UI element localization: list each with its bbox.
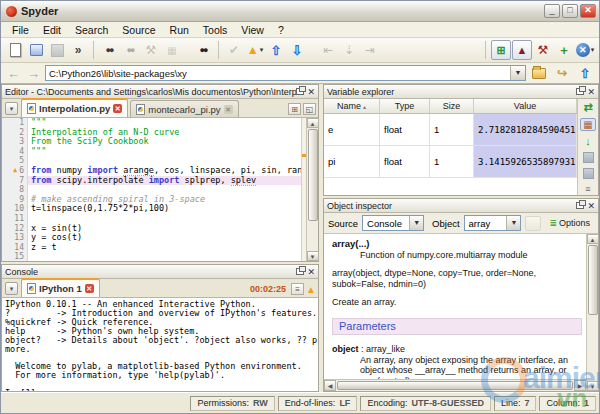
save-data-as-button[interactable] (580, 167, 596, 179)
tab-close-icon[interactable]: ✕ (113, 104, 122, 113)
run-cell-advance-button[interactable]: ⇣ (339, 40, 359, 60)
cell-name[interactable]: e (324, 114, 380, 145)
scrollbar-thumb[interactable] (308, 129, 318, 221)
cell-name[interactable]: pi (324, 146, 380, 177)
column-header-name[interactable]: Name▴ (324, 99, 380, 113)
console-directory-button[interactable]: ⇧ (575, 63, 595, 83)
warning-list-button[interactable]: ▲▾ (245, 40, 265, 60)
code-line[interactable]: 4""" (2, 147, 301, 157)
table-row[interactable]: pifloat13.1415926535897931 (324, 146, 577, 178)
cell-size[interactable]: 1 (430, 146, 474, 177)
new-window-button[interactable]: ◱ (303, 103, 316, 115)
cell-type[interactable]: float (380, 114, 430, 145)
scroll-up-icon[interactable]: ▲ (587, 234, 599, 244)
spyder-menu-button[interactable]: ✕▾ (575, 40, 595, 60)
refresh-button[interactable]: ⇄ (580, 101, 596, 114)
save-data-button[interactable] (580, 151, 596, 163)
scroll-left-icon[interactable]: ◀ (324, 380, 336, 391)
variable-table[interactable]: Name▴TypeSizeValue efloat12.718281828459… (324, 99, 578, 195)
editor-tab[interactable]: montecarlo_pi.py✕ (130, 100, 238, 117)
code-line[interactable]: 7from scipy.interpolate import splprep, … (2, 176, 301, 186)
menu-item-tools[interactable]: Tools (196, 23, 235, 37)
maximize-button[interactable]: □ (562, 4, 578, 18)
table-row[interactable]: efloat12.7182818284590451 (324, 114, 577, 146)
title-bar[interactable]: Spyder _ □ ✕ (1, 1, 599, 22)
toolbar-overflow-button[interactable]: » (68, 40, 88, 60)
tab-close-icon[interactable]: ✕ (224, 105, 233, 114)
scrollbar-thumb[interactable] (588, 245, 598, 315)
scrollbar-thumb[interactable] (337, 381, 573, 390)
menu-item-run[interactable]: Run (163, 23, 196, 37)
next-warning-button[interactable]: ⇩ (287, 40, 307, 60)
source-select[interactable]: Console ▼ (362, 215, 424, 231)
forward-button[interactable]: → (25, 66, 42, 81)
maximize-pane-button[interactable]: ⊞ (491, 40, 511, 60)
column-header-value[interactable]: Value (474, 99, 577, 113)
console-output[interactable]: IPython 0.10.1 -- An enhanced Interactiv… (2, 298, 318, 391)
close-pane-icon[interactable]: ✕ (307, 88, 315, 96)
working-directory-input[interactable] (46, 68, 510, 79)
find-in-files-button[interactable]: ●● (193, 40, 213, 60)
code-line[interactable]: 3From the SciPy Cookbook (2, 137, 301, 147)
console-options-button[interactable]: ≡ (291, 283, 304, 295)
combo-dropdown-button[interactable]: ▼ (510, 66, 525, 80)
inspector-horizontal-scrollbar[interactable]: ◀ ▶ (324, 379, 586, 391)
menu-item-view[interactable]: View (234, 23, 271, 37)
pythonpath-button[interactable]: + (554, 40, 574, 60)
import-data-button[interactable]: ▦ (580, 118, 596, 131)
cell-value[interactable]: 2.7182818284590451 (474, 114, 577, 145)
variable-options-button[interactable]: ≡ (580, 183, 596, 195)
code-editor[interactable]: 1"""2Interpolation of an N-D curve3From … (2, 118, 318, 261)
scroll-down-icon[interactable]: ▼ (307, 251, 319, 261)
float-pane-icon[interactable] (296, 88, 304, 95)
browse-directory-button[interactable] (529, 63, 549, 83)
back-button[interactable]: ← (5, 66, 22, 81)
code-line[interactable]: 15 (2, 252, 301, 261)
options-button[interactable]: ≣ Options (545, 215, 594, 231)
lock-button[interactable] (525, 216, 541, 231)
menu-item-source[interactable]: Source (115, 23, 162, 37)
new-file-button[interactable] (5, 40, 25, 60)
split-button[interactable]: ⊞ (288, 103, 301, 115)
run-cell-button[interactable]: ⇤ (318, 40, 338, 60)
cell-type[interactable]: float (380, 146, 430, 177)
close-pane-icon[interactable]: ✕ (307, 268, 315, 276)
open-file-button[interactable] (26, 40, 46, 60)
find-previous-button[interactable]: ●● (120, 40, 140, 60)
menu-item-help[interactable]: ? (271, 23, 291, 37)
minimize-button[interactable]: _ (544, 4, 560, 18)
column-header-size[interactable]: Size (430, 99, 474, 113)
tab-close-icon[interactable]: ✕ (85, 284, 94, 293)
menu-item-edit[interactable]: Edit (36, 23, 68, 37)
find-button[interactable]: ●● (99, 40, 119, 60)
preferences-button[interactable]: ⚒ (533, 40, 553, 60)
scroll-right-icon[interactable]: ▶ (574, 380, 586, 391)
code-line[interactable]: 14z = t (2, 243, 301, 253)
column-header-type[interactable]: Type (380, 99, 430, 113)
float-pane-icon[interactable] (576, 202, 584, 209)
highlight-button[interactable]: ▦ (162, 40, 182, 60)
cell-value[interactable]: 3.1415926535897931 (474, 146, 577, 177)
close-pane-icon[interactable]: ✕ (587, 202, 595, 210)
browse-tabs-button[interactable]: ▾ (5, 102, 18, 115)
console-pane-header[interactable]: Console ✕ (2, 265, 318, 279)
editor-vertical-scrollbar[interactable]: ▲ ▼ (306, 118, 318, 261)
cell-size[interactable]: 1 (430, 114, 474, 145)
scroll-up-icon[interactable]: ▲ (307, 118, 319, 128)
interrupt-icon[interactable]: ▲ (306, 284, 316, 295)
browse-tabs-button[interactable]: ▾ (5, 282, 18, 295)
matplotlib-button[interactable]: ▲ (512, 40, 532, 60)
save-button[interactable] (47, 40, 67, 60)
debug-step-button[interactable]: ⇥ (360, 40, 380, 60)
object-inspector-header[interactable]: Object inspector ✕ (324, 199, 598, 213)
editor-pane-header[interactable]: Editor - C:\Documents and Settings\carlo… (2, 85, 318, 99)
previous-warning-button[interactable]: ⇧ (266, 40, 286, 60)
parent-directory-button[interactable]: ↪ (552, 63, 572, 83)
load-data-button[interactable]: ↓ (580, 135, 596, 147)
object-combobox[interactable]: array ▼ (464, 215, 522, 231)
float-pane-icon[interactable] (296, 268, 304, 275)
menu-item-search[interactable]: Search (68, 23, 115, 37)
object-inspector-content[interactable]: array(...) Function of numpy.core.multia… (324, 234, 598, 391)
console-tab[interactable]: IPython 1 ✕ (21, 278, 100, 297)
variable-table-header[interactable]: Name▴TypeSizeValue (324, 99, 577, 114)
